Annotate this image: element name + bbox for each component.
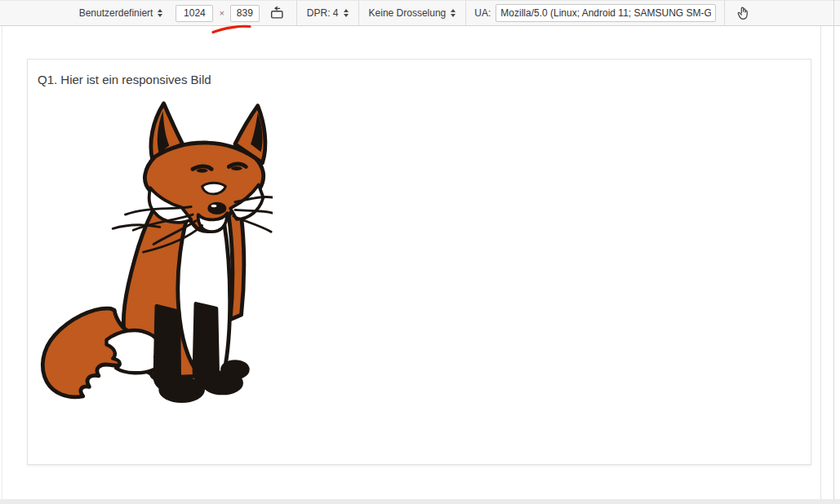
up-down-arrows-icon [158,9,162,17]
device-preset-select[interactable]: Benutzerdefiniert [79,7,163,19]
device-toolbar: Benutzerdefiniert × DPR: 4 Keine Drossel… [0,0,840,26]
emulated-viewport: Q1. Hier ist ein responsives Bild [0,26,840,499]
dimension-separator: × [219,8,224,18]
viewport-size-group: × [176,3,287,23]
up-down-arrows-icon [344,9,349,17]
viewport-height-input[interactable] [230,5,260,22]
dpr-label: DPR: 4 [307,7,339,19]
touch-simulation-button[interactable] [732,3,753,23]
toolbar-separator [724,1,725,25]
touch-simulation-icon [736,6,750,20]
device-preset-label: Benutzerdefiniert [79,7,153,19]
user-agent-group: UA: [466,4,724,22]
stage-bottom-margin [0,499,840,504]
responsive-design-mode-window: Benutzerdefiniert × DPR: 4 Keine Drossel… [0,0,840,504]
dpr-select[interactable]: DPR: 4 [297,7,358,19]
rotate-viewport-button[interactable] [267,3,288,23]
ua-label: UA: [474,7,491,19]
viewport-left-edge [2,26,2,499]
fox-illustration [38,99,273,412]
rotate-viewport-icon [270,7,284,20]
window-right-edge [833,0,834,499]
user-agent-input[interactable] [496,4,716,22]
responsive-image [38,99,801,415]
throttling-label: Keine Drosselung [369,7,447,19]
viewport-right-edge [820,26,821,499]
up-down-arrows-icon [451,9,456,17]
throttling-select[interactable]: Keine Drosselung [359,7,466,19]
question-title: Q1. Hier ist ein responsives Bild [38,73,801,87]
viewport-width-input[interactable] [176,5,213,22]
question-card: Q1. Hier ist ein responsives Bild [27,59,811,465]
